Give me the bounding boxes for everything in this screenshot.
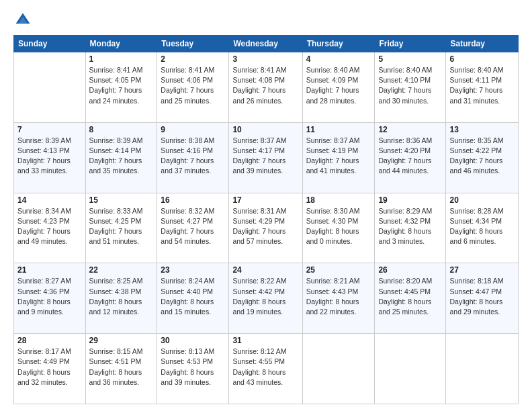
- weekday-header-monday: Monday: [85, 36, 157, 52]
- day-number: 18: [306, 195, 371, 205]
- day-info: Sunrise: 8:31 AM Sunset: 4:29 PM Dayligh…: [232, 206, 298, 247]
- logo-icon: [13, 11, 32, 30]
- day-number: 13: [449, 125, 515, 134]
- week-row-5: 28Sunrise: 8:17 AM Sunset: 4:49 PM Dayli…: [14, 334, 519, 404]
- day-number: 30: [161, 336, 225, 345]
- day-info: Sunrise: 8:37 AM Sunset: 4:17 PM Dayligh…: [232, 136, 298, 177]
- day-number: 27: [449, 265, 515, 275]
- calendar-cell: 17Sunrise: 8:31 AM Sunset: 4:29 PM Dayli…: [229, 193, 302, 263]
- calendar-cell: 3Sunrise: 8:41 AM Sunset: 4:08 PM Daylig…: [229, 52, 302, 123]
- calendar-cell: 22Sunrise: 8:25 AM Sunset: 4:38 PM Dayli…: [85, 263, 157, 334]
- day-info: Sunrise: 8:39 AM Sunset: 4:14 PM Dayligh…: [89, 136, 154, 177]
- day-number: 20: [449, 195, 515, 205]
- calendar-table: SundayMondayTuesdayWednesdayThursdayFrid…: [13, 35, 519, 404]
- page: SundayMondayTuesdayWednesdayThursdayFrid…: [0, 0, 532, 411]
- calendar-cell: 13Sunrise: 8:35 AM Sunset: 4:22 PM Dayli…: [446, 122, 519, 193]
- calendar-cell: [446, 334, 519, 404]
- week-row-3: 14Sunrise: 8:34 AM Sunset: 4:23 PM Dayli…: [14, 193, 519, 263]
- calendar-cell: 10Sunrise: 8:37 AM Sunset: 4:17 PM Dayli…: [229, 122, 302, 193]
- calendar-cell: [302, 334, 375, 404]
- calendar-cell: 25Sunrise: 8:21 AM Sunset: 4:43 PM Dayli…: [302, 263, 375, 334]
- day-number: 6: [449, 54, 515, 64]
- day-info: Sunrise: 8:41 AM Sunset: 4:05 PM Dayligh…: [89, 65, 154, 106]
- day-info: Sunrise: 8:21 AM Sunset: 4:43 PM Dayligh…: [306, 276, 371, 317]
- day-info: Sunrise: 8:40 AM Sunset: 4:10 PM Dayligh…: [378, 65, 442, 106]
- day-number: 8: [89, 125, 154, 134]
- day-number: 10: [232, 125, 298, 134]
- calendar-cell: 23Sunrise: 8:24 AM Sunset: 4:40 PM Dayli…: [157, 263, 229, 334]
- logo: [13, 11, 35, 30]
- day-info: Sunrise: 8:18 AM Sunset: 4:47 PM Dayligh…: [449, 276, 515, 317]
- week-row-2: 7Sunrise: 8:39 AM Sunset: 4:13 PM Daylig…: [14, 122, 519, 193]
- day-number: 31: [232, 336, 298, 345]
- day-info: Sunrise: 8:27 AM Sunset: 4:36 PM Dayligh…: [17, 276, 82, 317]
- weekday-header-saturday: Saturday: [446, 36, 519, 52]
- weekday-header-thursday: Thursday: [302, 36, 375, 52]
- day-info: Sunrise: 8:17 AM Sunset: 4:49 PM Dayligh…: [17, 347, 82, 387]
- day-info: Sunrise: 8:37 AM Sunset: 4:19 PM Dayligh…: [306, 136, 371, 177]
- calendar-cell: 31Sunrise: 8:12 AM Sunset: 4:55 PM Dayli…: [229, 334, 302, 404]
- day-number: 3: [232, 54, 298, 64]
- day-info: Sunrise: 8:28 AM Sunset: 4:34 PM Dayligh…: [449, 206, 515, 247]
- week-row-4: 21Sunrise: 8:27 AM Sunset: 4:36 PM Dayli…: [14, 263, 519, 334]
- day-number: 12: [378, 125, 442, 134]
- calendar-cell: 20Sunrise: 8:28 AM Sunset: 4:34 PM Dayli…: [446, 193, 519, 263]
- day-number: 14: [17, 195, 82, 205]
- day-info: Sunrise: 8:12 AM Sunset: 4:55 PM Dayligh…: [232, 347, 298, 387]
- weekday-header-friday: Friday: [375, 36, 446, 52]
- calendar-cell: 1Sunrise: 8:41 AM Sunset: 4:05 PM Daylig…: [85, 52, 157, 123]
- day-number: 7: [17, 125, 82, 134]
- calendar-cell: 6Sunrise: 8:40 AM Sunset: 4:11 PM Daylig…: [446, 52, 519, 123]
- day-number: 29: [89, 336, 154, 345]
- day-number: 11: [306, 125, 371, 134]
- day-info: Sunrise: 8:24 AM Sunset: 4:40 PM Dayligh…: [161, 276, 225, 317]
- calendar-cell: 24Sunrise: 8:22 AM Sunset: 4:42 PM Dayli…: [229, 263, 302, 334]
- calendar-cell: 28Sunrise: 8:17 AM Sunset: 4:49 PM Dayli…: [14, 334, 86, 404]
- calendar-cell: 30Sunrise: 8:13 AM Sunset: 4:53 PM Dayli…: [157, 334, 229, 404]
- calendar-cell: 29Sunrise: 8:15 AM Sunset: 4:51 PM Dayli…: [85, 334, 157, 404]
- day-number: 25: [306, 265, 371, 275]
- day-info: Sunrise: 8:32 AM Sunset: 4:27 PM Dayligh…: [161, 206, 225, 247]
- calendar-cell: 9Sunrise: 8:38 AM Sunset: 4:16 PM Daylig…: [157, 122, 229, 193]
- day-info: Sunrise: 8:39 AM Sunset: 4:13 PM Dayligh…: [17, 136, 82, 177]
- day-number: 9: [161, 125, 225, 134]
- calendar-cell: 15Sunrise: 8:33 AM Sunset: 4:25 PM Dayli…: [85, 193, 157, 263]
- day-info: Sunrise: 8:35 AM Sunset: 4:22 PM Dayligh…: [449, 136, 515, 177]
- calendar-cell: 14Sunrise: 8:34 AM Sunset: 4:23 PM Dayli…: [14, 193, 86, 263]
- day-info: Sunrise: 8:22 AM Sunset: 4:42 PM Dayligh…: [232, 276, 298, 317]
- day-info: Sunrise: 8:30 AM Sunset: 4:30 PM Dayligh…: [306, 206, 371, 247]
- calendar-cell: 19Sunrise: 8:29 AM Sunset: 4:32 PM Dayli…: [375, 193, 446, 263]
- day-info: Sunrise: 8:38 AM Sunset: 4:16 PM Dayligh…: [161, 136, 225, 177]
- weekday-header-tuesday: Tuesday: [157, 36, 229, 52]
- calendar-cell: [14, 52, 86, 123]
- day-number: 26: [378, 265, 442, 275]
- day-info: Sunrise: 8:34 AM Sunset: 4:23 PM Dayligh…: [17, 206, 82, 247]
- header: [13, 11, 519, 30]
- calendar-cell: 12Sunrise: 8:36 AM Sunset: 4:20 PM Dayli…: [375, 122, 446, 193]
- week-row-1: 1Sunrise: 8:41 AM Sunset: 4:05 PM Daylig…: [14, 52, 519, 123]
- calendar-cell: 4Sunrise: 8:40 AM Sunset: 4:09 PM Daylig…: [302, 52, 375, 123]
- calendar-cell: 21Sunrise: 8:27 AM Sunset: 4:36 PM Dayli…: [14, 263, 86, 334]
- day-info: Sunrise: 8:20 AM Sunset: 4:45 PM Dayligh…: [378, 276, 442, 317]
- calendar-cell: 27Sunrise: 8:18 AM Sunset: 4:47 PM Dayli…: [446, 263, 519, 334]
- day-info: Sunrise: 8:36 AM Sunset: 4:20 PM Dayligh…: [378, 136, 442, 177]
- day-number: 17: [232, 195, 298, 205]
- day-info: Sunrise: 8:40 AM Sunset: 4:09 PM Dayligh…: [306, 65, 371, 106]
- day-number: 22: [89, 265, 154, 275]
- calendar-cell: 8Sunrise: 8:39 AM Sunset: 4:14 PM Daylig…: [85, 122, 157, 193]
- calendar-cell: 11Sunrise: 8:37 AM Sunset: 4:19 PM Dayli…: [302, 122, 375, 193]
- day-number: 24: [232, 265, 298, 275]
- calendar-cell: [375, 334, 446, 404]
- calendar-cell: 16Sunrise: 8:32 AM Sunset: 4:27 PM Dayli…: [157, 193, 229, 263]
- weekday-header-sunday: Sunday: [14, 36, 86, 52]
- day-info: Sunrise: 8:13 AM Sunset: 4:53 PM Dayligh…: [161, 347, 225, 387]
- weekday-header-row: SundayMondayTuesdayWednesdayThursdayFrid…: [14, 36, 519, 52]
- day-info: Sunrise: 8:25 AM Sunset: 4:38 PM Dayligh…: [89, 276, 154, 317]
- calendar-cell: 18Sunrise: 8:30 AM Sunset: 4:30 PM Dayli…: [302, 193, 375, 263]
- day-number: 19: [378, 195, 442, 205]
- day-info: Sunrise: 8:29 AM Sunset: 4:32 PM Dayligh…: [378, 206, 442, 247]
- day-info: Sunrise: 8:40 AM Sunset: 4:11 PM Dayligh…: [449, 65, 515, 106]
- day-info: Sunrise: 8:15 AM Sunset: 4:51 PM Dayligh…: [89, 347, 154, 387]
- day-number: 21: [17, 265, 82, 275]
- day-info: Sunrise: 8:33 AM Sunset: 4:25 PM Dayligh…: [89, 206, 154, 247]
